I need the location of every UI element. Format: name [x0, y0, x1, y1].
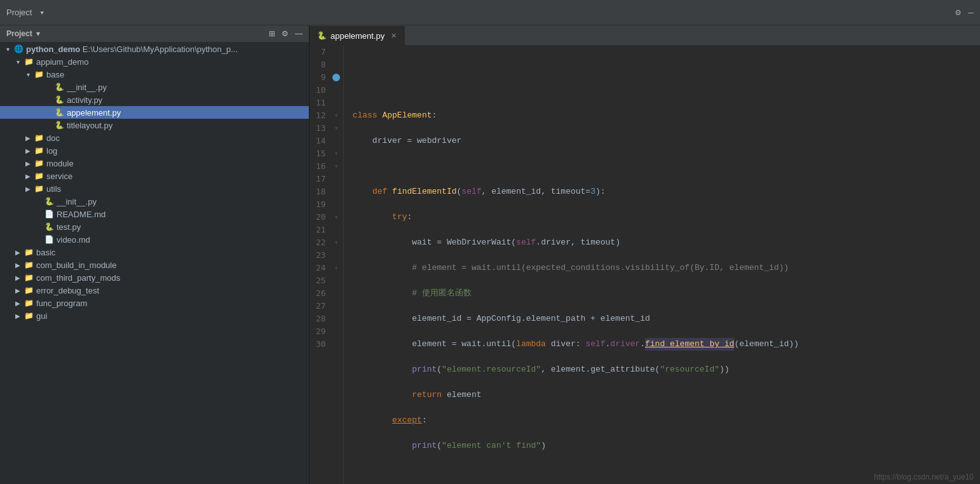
tree-item-module[interactable]: ▶ 📁 module — [0, 157, 309, 170]
gutter-row-9 — [330, 71, 343, 84]
title-bar-left: Project ▾ — [6, 8, 44, 18]
tree-item-init-py-2[interactable]: 🐍 __init__.py — [0, 195, 309, 208]
code-line-19: print("element.resourceId", element.get_… — [353, 363, 971, 376]
py-icon: 🐍 — [53, 82, 65, 92]
arrow-icon: ▶ — [23, 173, 33, 180]
folder-icon: 📁 — [33, 158, 44, 168]
project-arrow[interactable]: ▾ — [36, 29, 40, 38]
layout-icon[interactable]: ⊞ — [269, 29, 275, 38]
fold-icon[interactable]: ▿ — [334, 124, 338, 132]
folder-icon: 📁 — [33, 184, 44, 194]
tree-item-test-py[interactable]: 🐍 test.py — [0, 220, 309, 233]
tree-label-appelement: appelement.py — [65, 108, 121, 118]
tree-item-init-py-1[interactable]: 🐍 __init__.py — [0, 81, 309, 93]
code-line-14: wait = WebDriverWait(self.driver, timeou… — [353, 236, 971, 249]
tree-item-com-third[interactable]: ▶ 📁 com_third_party_mods — [0, 271, 309, 284]
tree-item-basic[interactable]: ▶ 📁 basic — [0, 246, 309, 259]
tab-appelement[interactable]: 🐍 appelement.py ✕ — [310, 26, 405, 45]
settings-icon[interactable]: ⚙ — [955, 7, 960, 18]
tab-close-icon[interactable]: ✕ — [391, 32, 397, 40]
tree-item-base[interactable]: ▾ 📁 base — [0, 68, 309, 81]
breakpoint-dot[interactable] — [332, 74, 340, 81]
folder-icon: 📁 — [33, 69, 44, 79]
main-layout: Project ▾ ⊞ ⚙ — ▾ 🌐 python_demo E:\Users… — [0, 25, 980, 484]
tree-label-gui: gui — [34, 311, 47, 321]
tree-item-activity-py[interactable]: 🐍 activity.py — [0, 93, 309, 106]
gutter-row-11 — [330, 97, 343, 109]
tree-item-appelement-py[interactable]: 🐍 appelement.py — [0, 106, 309, 119]
code-line-10: driver = webdriver — [353, 135, 971, 147]
arrow-icon: ▶ — [13, 313, 23, 319]
tree-item-service[interactable]: ▶ 📁 service — [0, 170, 309, 182]
tree-item-doc[interactable]: ▶ 📁 doc — [0, 131, 309, 144]
title-bar-controls: ⚙ — — [955, 7, 974, 18]
arrow-icon: ▾ — [3, 46, 13, 53]
gutter-row-30 — [330, 338, 343, 351]
fold-icon[interactable]: ▿ — [334, 150, 338, 158]
tree-item-error-debug[interactable]: ▶ 📁 error_debug_test — [0, 284, 309, 297]
fold-icon[interactable]: ▿ — [334, 163, 338, 170]
tree-label-log: log — [44, 146, 57, 156]
gutter-row-21 — [330, 224, 343, 236]
minus-icon[interactable]: — — [295, 29, 303, 38]
fold-icon[interactable]: ▿ — [334, 239, 338, 246]
gutter: ▿ ▿ ▿ ▿ ▿ — [330, 46, 344, 484]
tree-label-utils: utils — [44, 184, 61, 194]
folder-icon: 📁 — [23, 285, 34, 295]
gutter-row-15: ▿ — [330, 147, 343, 160]
tree-label-appium-demo: appium_demo — [34, 57, 88, 67]
tree-item-python-demo[interactable]: ▾ 🌐 python_demo E:\Users\Github\MyApplic… — [0, 43, 309, 55]
gutter-row-12: ▿ — [330, 109, 343, 122]
gutter-row-18 — [330, 185, 343, 198]
tree-item-func-program[interactable]: ▶ 📁 func_program — [0, 297, 309, 309]
project-label: Project — [6, 29, 32, 38]
md-icon: 📄 — [43, 234, 55, 245]
tree-label-activity: activity.py — [65, 95, 102, 105]
arrow-icon: ▶ — [13, 274, 23, 281]
gutter-row-13: ▿ — [330, 122, 343, 135]
folder-icon: 📁 — [23, 272, 34, 283]
py-icon: 🐍 — [53, 95, 65, 105]
tree-label-test: test.py — [55, 222, 81, 232]
tree-item-video-md[interactable]: 📄 video.md — [0, 233, 309, 246]
tree-item-gui[interactable]: ▶ 📁 gui — [0, 309, 309, 322]
tree-label-module: module — [44, 159, 74, 168]
tree-item-readme[interactable]: 📄 README.md — [0, 208, 309, 220]
code-editor[interactable]: 7 8 9 10 11 12 13 14 15 16 17 18 19 20 2… — [310, 46, 980, 484]
tree-label-init-2: __init__.py — [55, 197, 97, 206]
line-numbers: 7 8 9 10 11 12 13 14 15 16 17 18 19 20 2… — [310, 46, 330, 484]
folder-icon: 📁 — [23, 260, 34, 270]
tree-item-appium-demo[interactable]: ▾ 📁 appium_demo — [0, 55, 309, 68]
gutter-row-8 — [330, 58, 343, 71]
fold-icon[interactable]: ▿ — [334, 112, 338, 119]
tree-item-log[interactable]: ▶ 📁 log — [0, 144, 309, 157]
project-title: Project — [6, 8, 32, 17]
tree-label-service: service — [44, 171, 72, 181]
sidebar: Project ▾ ⊞ ⚙ — ▾ 🌐 python_demo E:\Users… — [0, 25, 310, 484]
gutter-row-29 — [330, 325, 343, 338]
tree-item-titlelayout-py[interactable]: 🐍 titlelayout.py — [0, 119, 309, 131]
tree-label-error-debug: error_debug_test — [34, 286, 99, 295]
fold-icon[interactable]: ▿ — [334, 264, 338, 272]
gutter-row-7 — [330, 46, 343, 58]
code-line-22: print("element can't find") — [353, 440, 971, 452]
project-chevron[interactable]: ▾ — [39, 8, 44, 18]
editor-area: 🐍 appelement.py ✕ 7 8 9 10 11 12 13 14 — [310, 25, 980, 484]
title-bar: Project ▾ ⚙ — — [0, 0, 980, 25]
md-icon: 📄 — [43, 209, 55, 219]
tree-label-basic: basic — [34, 248, 55, 257]
gear-icon[interactable]: ⚙ — [282, 29, 289, 38]
tree-item-com-build[interactable]: ▶ 📁 com_build_in_module — [0, 259, 309, 271]
gutter-row-10 — [330, 84, 343, 97]
tree-label-com-third: com_third_party_mods — [34, 273, 120, 283]
arrow-icon: ▶ — [13, 287, 23, 294]
minimize-icon[interactable]: — — [969, 8, 974, 18]
fold-icon[interactable]: ▿ — [334, 213, 338, 221]
sidebar-tree[interactable]: ▾ 🌐 python_demo E:\Users\Github\MyApplic… — [0, 43, 309, 484]
code-line-13: try: — [353, 211, 971, 224]
py-tab-icon: 🐍 — [317, 31, 327, 40]
code-content[interactable]: class AppElement: driver = webdriver def… — [344, 46, 980, 484]
tree-item-utils[interactable]: ▶ 📁 utils — [0, 182, 309, 195]
arrow-icon: ▾ — [13, 58, 23, 65]
tree-label-readme: README.md — [55, 210, 105, 219]
